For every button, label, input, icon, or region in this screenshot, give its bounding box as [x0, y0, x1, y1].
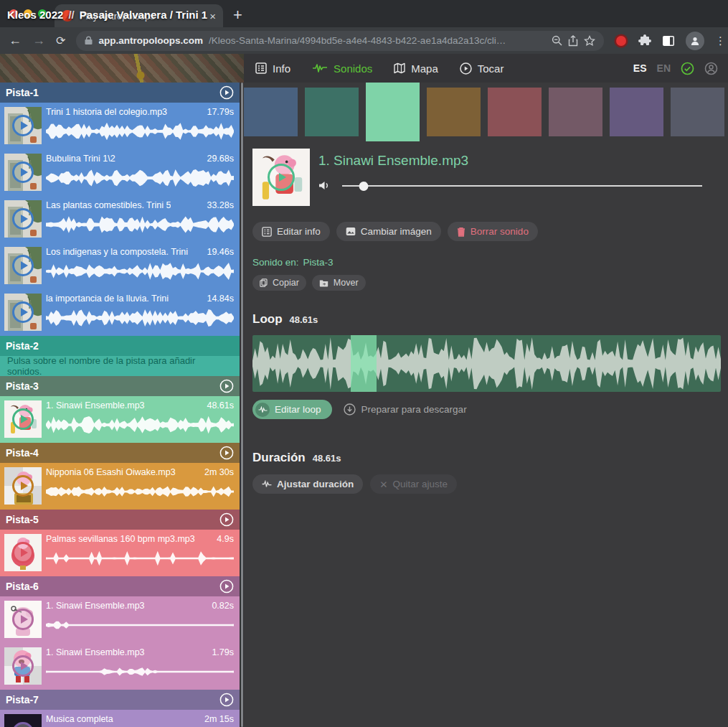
breadcrumb-track[interactable]: Pasaje Valvanera / Trini 1 [80, 9, 207, 21]
clip-pista-7-1[interactable]: Musica completa2m 15s [0, 710, 240, 727]
clip-play-icon[interactable] [12, 542, 34, 563]
clip-thumbnail[interactable] [4, 200, 42, 238]
clip-pista-3-1[interactable]: 1. Sinawi Ensemble.mp348.61s [0, 396, 240, 443]
clip-play-icon[interactable] [12, 655, 34, 677]
clip-play-icon[interactable] [12, 301, 34, 323]
tab-mapa[interactable]: Mapa [394, 62, 438, 75]
track-swatch-1[interactable] [244, 88, 298, 136]
share-icon[interactable] [568, 35, 578, 47]
clip-name: la importancia de la lluvia. Trini [46, 294, 169, 304]
track-header-pista-4[interactable]: Pista-4 [0, 443, 240, 463]
record-extension-icon[interactable] [616, 36, 626, 46]
tab-close-icon[interactable]: × [209, 10, 216, 22]
track-play-button[interactable] [219, 693, 234, 707]
track-play-button[interactable] [219, 446, 234, 460]
track-play-button[interactable] [219, 85, 234, 100]
track-swatch-5[interactable] [488, 88, 542, 136]
move-button[interactable]: Mover [312, 275, 366, 291]
clip-pista-6-1[interactable]: 1. Sinawi Ensemble.mp30.82s [0, 596, 240, 643]
clip-thumbnail[interactable] [4, 154, 42, 191]
track-header-pista-1[interactable]: Pista-1 [0, 83, 240, 103]
track-swatch-3[interactable] [366, 83, 420, 141]
clip-thumbnail[interactable] [4, 247, 42, 284]
track-swatch-2[interactable] [305, 88, 359, 136]
track-swatch-7[interactable] [610, 88, 663, 136]
profile-avatar[interactable] [686, 32, 704, 50]
lang-es[interactable]: ES [633, 62, 647, 74]
track-header-pista-3[interactable]: Pista-3 [0, 376, 240, 396]
sound-in-track-link[interactable]: Pista-3 [303, 257, 334, 268]
browser-menu-icon[interactable]: ⋮ [715, 39, 719, 43]
track-header-pista-2[interactable]: Pista-2 [0, 336, 240, 356]
extensions-puzzle-icon[interactable] [638, 34, 651, 47]
clip-pista-1-3[interactable]: Las plantas comestibles. Trini 533.28s [0, 196, 240, 243]
clip-thumbnail[interactable] [4, 647, 42, 685]
clip-play-icon[interactable] [12, 475, 34, 497]
clip-thumbnail[interactable] [4, 714, 42, 727]
delete-sound-button[interactable]: Borrar sonido [448, 222, 538, 241]
tab-sonidos[interactable]: Sonidos [312, 62, 372, 75]
tab-info[interactable]: Info [255, 62, 290, 75]
edit-loop-button[interactable]: Editar loop [252, 400, 332, 419]
appbar-right: ES EN [633, 54, 728, 83]
track-play-button[interactable] [219, 579, 234, 594]
clip-duration: 33.28s [207, 200, 234, 210]
side-panel-icon[interactable] [662, 35, 675, 47]
loop-waveform[interactable] [252, 335, 721, 392]
edit-info-button[interactable]: Editar info [252, 222, 330, 241]
copy-button[interactable]: Copiar [252, 275, 306, 291]
adjust-duration-button[interactable]: Ajustar duración [252, 474, 363, 494]
volume-slider-thumb[interactable] [359, 182, 369, 191]
breadcrumb-project[interactable]: Kleos 2022 [7, 9, 63, 21]
track-header-pista-6[interactable]: Pista-6 [0, 576, 240, 596]
prepare-download-button[interactable]: Preparar para descargar [344, 403, 467, 416]
back-button[interactable]: ← [9, 33, 22, 48]
clip-thumbnail[interactable] [4, 467, 42, 505]
clip-pista-4-1[interactable]: Nipponia 06 Esashi Oiwake.mp32m 30s [0, 463, 240, 510]
forward-button[interactable]: → [32, 33, 45, 48]
breadcrumb[interactable]: Kleos 2022 // Pasaje Valvanera / Trini 1 [7, 0, 207, 29]
clip-play-icon[interactable] [12, 208, 34, 230]
address-bar[interactable]: app.antropoloops.com/Kleos-Santa-Marina/… [76, 31, 604, 51]
clip-pista-1-5[interactable]: la importancia de la lluvia. Trini14.84s [0, 289, 240, 336]
change-image-button[interactable]: Cambiar imágen [336, 222, 441, 241]
track-header-pista-5[interactable]: Pista-5 [0, 510, 240, 530]
location-map-thumbnail[interactable] [0, 54, 244, 83]
clip-pista-1-1[interactable]: Trini 1 historia del colegio.mp317.79s [0, 103, 240, 149]
account-icon[interactable] [704, 62, 718, 75]
clip-play-icon[interactable] [12, 255, 34, 276]
reload-button[interactable]: ⟳ [56, 34, 65, 47]
lock-icon [85, 36, 93, 45]
clip-pista-5-1[interactable]: Palmas sevillanas 160 bpm mp3.mp34.9s [0, 530, 240, 576]
clip-play-icon[interactable] [12, 161, 34, 183]
track-play-button[interactable] [219, 379, 234, 393]
clip-play-icon[interactable] [12, 408, 34, 430]
remove-adjust-button[interactable]: ✕ Quitar ajuste [370, 474, 457, 494]
clip-duration: 29.68s [207, 154, 234, 164]
track-swatch-8[interactable] [671, 88, 724, 136]
clip-play-icon[interactable] [12, 115, 34, 136]
track-swatch-6[interactable] [549, 88, 602, 136]
clip-thumbnail[interactable] [4, 534, 42, 571]
sidebar-scrollbar[interactable] [241, 83, 243, 727]
track-swatch-4[interactable] [427, 88, 481, 136]
tab-tocar[interactable]: Tocar [460, 62, 504, 75]
clip-pista-1-4[interactable]: Los indigenas y la compostela. Trini19.4… [0, 243, 240, 289]
sound-play-icon[interactable] [268, 164, 295, 191]
track-header-pista-7[interactable]: Pista-7 [0, 690, 240, 710]
track-play-button[interactable] [219, 512, 234, 527]
clip-thumbnail[interactable] [4, 601, 42, 638]
clip-thumbnail[interactable] [4, 107, 42, 144]
loop-playhead-region[interactable] [351, 335, 377, 392]
clip-thumbnail[interactable] [4, 294, 42, 331]
new-tab-button[interactable]: + [233, 5, 242, 25]
clip-thumbnail[interactable] [4, 400, 42, 438]
lang-en[interactable]: EN [657, 62, 671, 74]
zoom-icon[interactable] [552, 35, 562, 46]
volume-slider[interactable] [342, 181, 702, 191]
clip-pista-6-2[interactable]: 1. Sinawi Ensemble.mp31.79s [0, 643, 240, 690]
clip-play-icon[interactable] [12, 609, 34, 630]
clip-pista-1-2[interactable]: Bubulina Trini 1\229.68s [0, 149, 240, 196]
sound-image[interactable] [252, 149, 310, 206]
bookmark-star-icon[interactable] [584, 35, 595, 47]
